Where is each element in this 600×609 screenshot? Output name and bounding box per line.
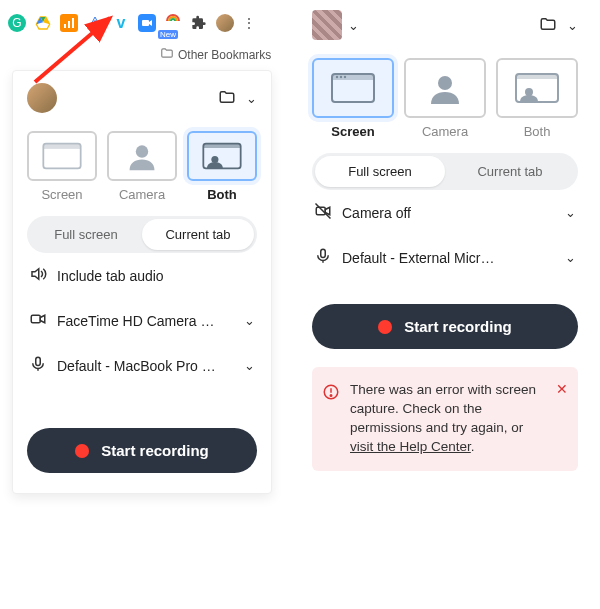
error-icon bbox=[322, 383, 340, 407]
start-label: Start recording bbox=[101, 442, 209, 459]
zoom-icon[interactable] bbox=[138, 14, 156, 32]
mode-label: Screen bbox=[27, 187, 97, 202]
svg-point-26 bbox=[330, 395, 332, 397]
mode-screen[interactable]: Screen bbox=[312, 58, 394, 139]
camera-option-row[interactable]: FaceTime HD Camera (… ⌄ bbox=[27, 298, 257, 343]
more-icon[interactable]: ⋮ bbox=[242, 15, 256, 31]
error-banner: There was an error with screen capture. … bbox=[312, 367, 578, 471]
microphone-icon bbox=[314, 247, 332, 268]
svg-rect-6 bbox=[72, 18, 74, 28]
svg-point-19 bbox=[525, 88, 533, 96]
analytics-icon[interactable] bbox=[60, 14, 78, 32]
drive-icon[interactable] bbox=[34, 14, 52, 32]
camera-icon bbox=[29, 310, 47, 331]
new-badge: New bbox=[158, 30, 178, 39]
camera-off-icon bbox=[314, 202, 332, 223]
microphone-icon bbox=[29, 355, 47, 376]
audio-label: Include tab audio bbox=[57, 268, 164, 284]
vimeo-icon[interactable]: v bbox=[112, 14, 130, 32]
mode-screen[interactable]: Screen bbox=[27, 131, 97, 202]
camera-option-row[interactable]: Camera off ⌄ bbox=[312, 190, 578, 235]
recorder-panel-left: ⌄ Screen Camera Both Full screen Current… bbox=[12, 70, 272, 494]
puzzle-icon[interactable] bbox=[190, 14, 208, 32]
svg-marker-8 bbox=[149, 20, 152, 26]
svg-rect-4 bbox=[64, 24, 66, 28]
folder-icon[interactable] bbox=[539, 15, 557, 36]
svg-rect-23 bbox=[321, 249, 326, 257]
avatar[interactable] bbox=[312, 10, 342, 40]
seg-full-screen[interactable]: Full screen bbox=[30, 219, 142, 250]
seg-current-tab[interactable]: Current tab bbox=[445, 156, 575, 187]
chevron-down-icon[interactable]: ⌄ bbox=[565, 250, 576, 265]
avatar[interactable] bbox=[27, 83, 57, 113]
mode-label: Camera bbox=[404, 124, 486, 139]
svg-line-22 bbox=[316, 204, 331, 219]
profile-avatar-icon[interactable] bbox=[216, 14, 234, 32]
svg-rect-34 bbox=[31, 315, 40, 323]
svg-rect-28 bbox=[43, 144, 80, 149]
capture-scope-toggle: Full screen Current tab bbox=[312, 153, 578, 190]
mic-option-row[interactable]: Default - MacBook Pro … ⌄ bbox=[27, 343, 257, 388]
mic-option-label: Default - MacBook Pro … bbox=[57, 358, 216, 374]
audio-option-row[interactable]: Include tab audio bbox=[27, 253, 257, 298]
seg-full-screen[interactable]: Full screen bbox=[315, 156, 445, 187]
chevron-down-icon[interactable]: ⌄ bbox=[244, 358, 255, 373]
triangle-icon[interactable] bbox=[86, 14, 104, 32]
svg-rect-7 bbox=[142, 20, 149, 26]
recorder-panel-right: ⌄ ⌄ Screen Camera Both Full screen Curre… bbox=[300, 0, 590, 609]
chevron-down-icon[interactable]: ⌄ bbox=[348, 18, 359, 33]
camera-option-label: Camera off bbox=[342, 205, 411, 221]
svg-point-13 bbox=[336, 76, 338, 78]
mode-selector: Screen Camera Both bbox=[312, 58, 578, 139]
mode-camera[interactable]: Camera bbox=[404, 58, 486, 139]
mode-label: Camera bbox=[107, 187, 177, 202]
svg-marker-33 bbox=[32, 269, 39, 280]
record-icon bbox=[378, 320, 392, 334]
record-icon bbox=[75, 444, 89, 458]
mode-both[interactable]: Both bbox=[187, 131, 257, 202]
speaker-icon bbox=[29, 265, 47, 286]
mode-camera[interactable]: Camera bbox=[107, 131, 177, 202]
svg-point-32 bbox=[211, 156, 218, 163]
start-label: Start recording bbox=[404, 318, 512, 335]
mic-option-label: Default - External Micr… bbox=[342, 250, 494, 266]
camera-option-label: FaceTime HD Camera (… bbox=[57, 313, 217, 329]
folder-icon[interactable] bbox=[218, 88, 236, 109]
grammarly-icon[interactable]: G bbox=[8, 14, 26, 32]
help-center-link[interactable]: visit the Help Center bbox=[350, 439, 471, 454]
svg-point-29 bbox=[136, 145, 148, 157]
rainbow-icon[interactable] bbox=[164, 6, 182, 24]
svg-point-16 bbox=[438, 76, 452, 90]
svg-rect-18 bbox=[516, 74, 558, 79]
extension-icons: G v New ⋮ bbox=[8, 6, 256, 40]
svg-rect-12 bbox=[332, 74, 374, 80]
mode-label: Both bbox=[496, 124, 578, 139]
start-recording-button[interactable]: Start recording bbox=[27, 428, 257, 473]
svg-point-15 bbox=[344, 76, 346, 78]
chevron-down-icon[interactable]: ⌄ bbox=[244, 313, 255, 328]
error-text: There was an error with screen capture. … bbox=[350, 381, 546, 457]
start-recording-button[interactable]: Start recording bbox=[312, 304, 578, 349]
chevron-down-icon[interactable]: ⌄ bbox=[567, 18, 578, 33]
svg-point-14 bbox=[340, 76, 342, 78]
chevron-down-icon[interactable]: ⌄ bbox=[246, 91, 257, 106]
bookmarks-label[interactable]: Other Bookmarks bbox=[178, 48, 271, 62]
capture-scope-toggle: Full screen Current tab bbox=[27, 216, 257, 253]
seg-current-tab[interactable]: Current tab bbox=[142, 219, 254, 250]
mode-both[interactable]: Both bbox=[496, 58, 578, 139]
svg-rect-31 bbox=[203, 144, 240, 148]
folder-icon bbox=[160, 46, 174, 63]
mode-label: Both bbox=[187, 187, 257, 202]
svg-marker-35 bbox=[40, 315, 45, 323]
mode-selector: Screen Camera Both bbox=[27, 131, 257, 202]
mic-option-row[interactable]: Default - External Micr… ⌄ bbox=[312, 235, 578, 280]
svg-rect-36 bbox=[36, 357, 41, 365]
close-icon[interactable]: ✕ bbox=[556, 381, 568, 400]
svg-rect-5 bbox=[68, 21, 70, 28]
chevron-down-icon[interactable]: ⌄ bbox=[565, 205, 576, 220]
mode-label: Screen bbox=[312, 124, 394, 139]
